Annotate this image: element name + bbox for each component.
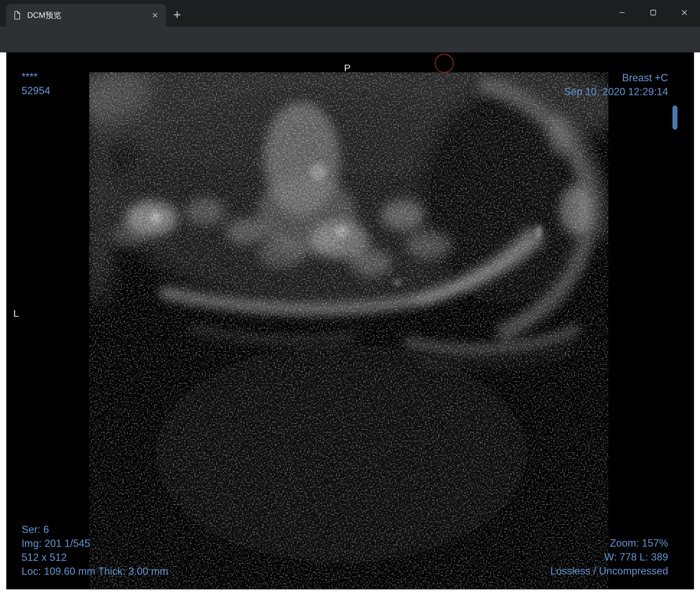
- minimize-button[interactable]: [606, 0, 638, 25]
- series-number: Ser: 6: [22, 524, 49, 535]
- tab-strip: DCM预览 × +: [0, 0, 700, 27]
- slice-location: Loc: 109.60 mm Thick: 3.00 mm: [22, 566, 168, 577]
- minimize-icon: [617, 8, 627, 17]
- patient-id-masked: ****: [22, 71, 38, 83]
- annotation-circle: [434, 54, 454, 73]
- window-controls: [606, 0, 700, 25]
- display-info-overlay: Zoom: 157%W: 778 L: 389Lossless / Uncomp…: [550, 536, 668, 578]
- image-matrix: 512 x 512: [22, 551, 67, 563]
- series-info-overlay: Ser: 6Img: 201 1/545512 x 512Loc: 109.60…: [22, 523, 168, 578]
- zoom-level: Zoom: 157%: [610, 537, 668, 549]
- new-tab-button[interactable]: +: [169, 6, 186, 23]
- orientation-marker-left: L: [13, 308, 19, 319]
- compression-info: Lossless / Uncompressed: [550, 565, 668, 577]
- patient-info-overlay: ****52954: [22, 70, 50, 98]
- page-icon: [12, 10, 22, 21]
- mri-speckle-layer: [89, 72, 608, 589]
- dicom-viewer-canvas[interactable]: ****52954 Breast +CSep 10, 2020 12:29:14…: [6, 52, 694, 589]
- viewer-scrollbar-thumb[interactable]: [672, 105, 677, 130]
- study-info-overlay: Breast +CSep 10, 2020 12:29:14: [564, 71, 668, 99]
- image-number: Img: 201 1/545: [22, 538, 90, 549]
- window-level: W: 778 L: 389: [604, 551, 668, 563]
- orientation-marker-posterior: P: [344, 62, 351, 74]
- mri-image: [89, 72, 608, 589]
- study-description: Breast +C: [622, 72, 668, 84]
- close-button[interactable]: [669, 0, 700, 25]
- maximize-button[interactable]: [638, 0, 669, 25]
- web-page: ****52954 Breast +CSep 10, 2020 12:29:14…: [0, 52, 700, 597]
- tab-close-icon[interactable]: ×: [150, 10, 160, 20]
- maximize-icon: [649, 8, 658, 17]
- tab-title: DCM预览: [27, 10, 145, 21]
- patient-number: 52954: [22, 85, 50, 97]
- tab-dcm-preview[interactable]: DCM预览 ×: [6, 4, 166, 27]
- study-datetime: Sep 10, 2020 12:29:14: [564, 86, 668, 98]
- close-icon: [680, 8, 689, 17]
- navigation-bar: https://file.kkview.cn/onlinePreview?url…: [0, 27, 700, 52]
